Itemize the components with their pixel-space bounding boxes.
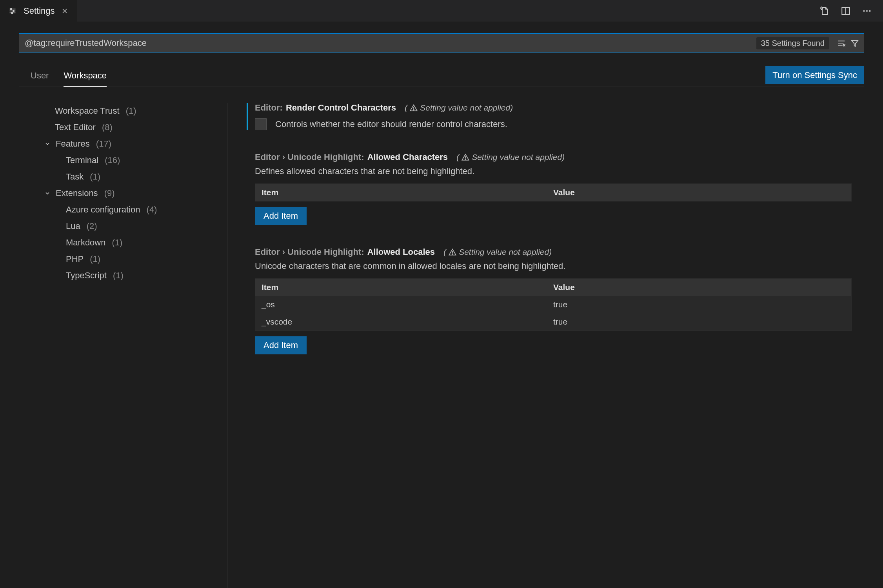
setting-name: Allowed Characters xyxy=(367,152,448,162)
settings-scope-row: User Workspace Turn on Settings Sync xyxy=(19,66,864,87)
toc-count: (1) xyxy=(112,238,122,248)
toc-count: (1) xyxy=(90,254,100,264)
toc-count: (17) xyxy=(96,139,111,149)
clear-search-icon[interactable] xyxy=(836,38,847,48)
settings-search-box: 35 Settings Found xyxy=(19,33,864,53)
open-settings-json-icon[interactable] xyxy=(819,6,830,16)
svg-point-10 xyxy=(863,10,865,11)
toc-label: Extensions xyxy=(56,188,98,198)
split-editor-icon[interactable] xyxy=(841,6,851,16)
object-table: Item Value xyxy=(255,183,852,201)
settings-search-input[interactable] xyxy=(25,34,756,53)
editor-tabbar: Settings xyxy=(0,0,883,22)
toc-label: Features xyxy=(56,139,90,149)
toc-text-editor[interactable]: Text Editor (8) xyxy=(39,119,227,136)
toc-label: TypeScript xyxy=(66,270,107,281)
toc-task[interactable]: Task (1) xyxy=(39,169,227,185)
row-item: _vscode xyxy=(262,317,553,327)
toc-label: Lua xyxy=(66,221,80,231)
col-value: Value xyxy=(553,188,845,197)
toc-count: (4) xyxy=(147,205,157,215)
tab-title: Settings xyxy=(24,6,55,16)
close-icon[interactable] xyxy=(61,7,68,15)
setting-name: Allowed Locales xyxy=(367,247,435,257)
settings-body: Workspace Trust (1) Text Editor (8) Feat… xyxy=(0,103,883,588)
toc-label: Task xyxy=(66,172,84,182)
titlebar-actions xyxy=(819,6,883,16)
object-table: Item Value _os true _vscode true xyxy=(255,278,852,331)
svg-point-4 xyxy=(13,10,14,11)
toc-count: (2) xyxy=(87,221,97,231)
settings-toc: Workspace Trust (1) Text Editor (8) Feat… xyxy=(0,103,227,588)
toc-terminal[interactable]: Terminal (16) xyxy=(39,152,227,169)
toc-count: (8) xyxy=(102,122,113,132)
col-item: Item xyxy=(262,283,553,292)
setting-allowed-locales: Editor › Unicode Highlight: Allowed Loca… xyxy=(255,247,852,354)
warning-icon xyxy=(461,153,469,161)
toc-count: (1) xyxy=(90,172,100,182)
setting-not-applied-warning: ( Setting value not applied) xyxy=(456,152,565,162)
toc-azure[interactable]: Azure configuration (4) xyxy=(39,201,227,218)
toc-label: Text Editor xyxy=(55,122,96,132)
chevron-down-icon xyxy=(44,190,51,197)
settings-lines-icon xyxy=(9,7,17,15)
toc-features[interactable]: Features (17) xyxy=(39,136,227,152)
object-table-row[interactable]: _os true xyxy=(255,296,851,313)
more-actions-icon[interactable] xyxy=(862,6,872,16)
settings-sync-button[interactable]: Turn on Settings Sync xyxy=(765,66,864,84)
warning-icon xyxy=(449,248,456,256)
toc-count: (16) xyxy=(105,155,120,165)
svg-point-23 xyxy=(452,254,453,254)
svg-point-5 xyxy=(11,12,13,13)
toc-extensions[interactable]: Extensions (9) xyxy=(39,185,227,201)
object-table-header: Item Value xyxy=(255,184,851,201)
toc-lua[interactable]: Lua (2) xyxy=(39,218,227,234)
toc-count: (9) xyxy=(104,188,115,198)
svg-point-19 xyxy=(413,109,414,110)
scope-tab-user[interactable]: User xyxy=(31,71,49,87)
setting-render-control-characters: Editor: Render Control Characters ( Sett… xyxy=(247,103,852,130)
toc-count: (1) xyxy=(126,106,136,116)
checkbox-render-control-characters[interactable] xyxy=(255,118,267,130)
add-item-button[interactable]: Add Item xyxy=(255,207,307,225)
toc-label: Workspace Trust xyxy=(55,106,120,116)
toc-typescript[interactable]: TypeScript (1) xyxy=(39,267,227,284)
row-item: _os xyxy=(262,300,553,309)
setting-not-applied-warning: ( Setting value not applied) xyxy=(443,247,552,257)
toc-label: Markdown xyxy=(66,238,105,248)
object-table-header: Item Value xyxy=(255,279,851,296)
setting-title: Editor › Unicode Highlight: Allowed Loca… xyxy=(255,247,852,257)
setting-scope: Editor › Unicode Highlight: xyxy=(255,247,364,257)
scope-tab-workspace[interactable]: Workspace xyxy=(64,71,107,87)
setting-title: Editor › Unicode Highlight: Allowed Char… xyxy=(255,152,852,162)
settings-found-badge: 35 Settings Found xyxy=(756,37,829,49)
col-item: Item xyxy=(262,188,553,197)
toc-workspace-trust[interactable]: Workspace Trust (1) xyxy=(39,103,227,119)
settings-scope-tabs: User Workspace xyxy=(19,71,107,87)
chevron-down-icon xyxy=(44,140,51,147)
tab-settings[interactable]: Settings xyxy=(0,0,77,22)
svg-point-11 xyxy=(866,10,868,11)
row-value: true xyxy=(553,317,845,327)
setting-description: Defines allowed characters that are not … xyxy=(255,166,852,176)
toc-markdown[interactable]: Markdown (1) xyxy=(39,234,227,251)
setting-allowed-characters: Editor › Unicode Highlight: Allowed Char… xyxy=(255,152,852,225)
setting-name: Render Control Characters xyxy=(286,103,396,113)
settings-list[interactable]: Editor: Render Control Characters ( Sett… xyxy=(227,103,883,588)
setting-scope: Editor: xyxy=(255,103,283,113)
toc-label: PHP xyxy=(66,254,84,264)
filter-icon[interactable] xyxy=(850,38,860,48)
add-item-button[interactable]: Add Item xyxy=(255,336,307,354)
toc-php[interactable]: PHP (1) xyxy=(39,251,227,267)
setting-title: Editor: Render Control Characters ( Sett… xyxy=(255,103,852,113)
toc-count: (1) xyxy=(113,270,124,281)
setting-description: Controls whether the editor should rende… xyxy=(275,119,507,129)
col-value: Value xyxy=(553,283,845,292)
toc-label: Azure configuration xyxy=(66,205,140,215)
object-table-row[interactable]: _vscode true xyxy=(255,313,851,330)
setting-description: Unicode characters that are common in al… xyxy=(255,261,852,271)
row-value: true xyxy=(553,300,845,309)
setting-checkbox-row: Controls whether the editor should rende… xyxy=(255,118,852,130)
svg-point-21 xyxy=(465,159,466,160)
svg-point-3 xyxy=(11,8,12,9)
